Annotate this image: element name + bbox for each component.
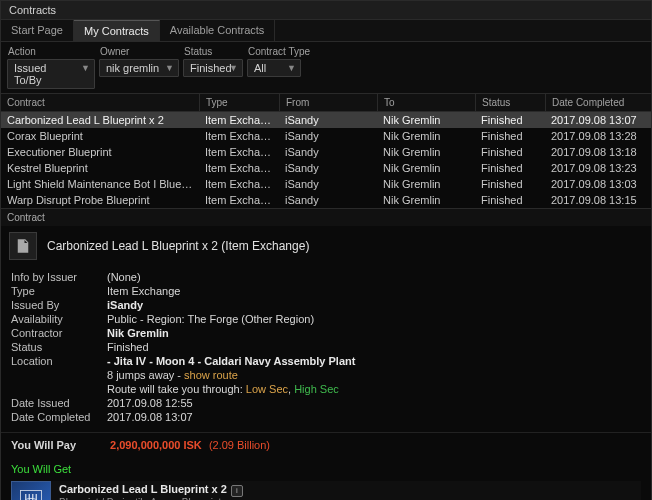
status-select[interactable]: Finished▼ [183,59,243,77]
cell-from: iSandy [279,144,377,160]
cell-date: 2017.09.08 13:23 [545,160,645,176]
contractor-label: Contractor [11,327,107,339]
cell-status: Finished [475,176,545,192]
you-will-pay-label: You Will Pay [11,439,107,451]
tab-bar: Start PageMy ContractsAvailable Contract… [1,20,651,42]
type-label: Type [11,285,107,297]
column-to[interactable]: To [377,94,475,111]
cell-to: Nik Gremlin [377,176,475,192]
blueprint-icon [11,481,51,500]
owner-select[interactable]: nik gremlin▼ [99,59,179,77]
location-station[interactable]: - Jita IV - Moon 4 - Caldari Navy Assemb… [107,355,355,367]
table-row[interactable]: Carbonized Lead L Blueprint x 2Item Exch… [1,112,651,128]
detail-section-label: Contract [1,209,651,226]
cell-type: Item Exchange [199,160,279,176]
jumps-text: 8 jumps away - [107,369,184,381]
cell-contract: Kestrel Blueprint [1,160,199,176]
contract-icon [9,232,37,260]
table-body: Carbonized Lead L Blueprint x 2Item Exch… [1,112,651,208]
cell-date: 2017.09.08 13:07 [545,112,645,128]
issued-by-value[interactable]: iSandy [107,299,143,311]
availability-value: Public - Region: The Forge (Other Region… [107,313,314,325]
you-will-get-label: You Will Get [11,463,641,475]
cell-from: iSandy [279,128,377,144]
cell-type: Item Exchange [199,144,279,160]
chevron-down-icon: ▼ [165,63,174,73]
cell-to: Nik Gremlin [377,144,475,160]
table-row[interactable]: Warp Disrupt Probe BlueprintItem Exchang… [1,192,651,208]
cell-to: Nik Gremlin [377,112,475,128]
reward-item-name: Carbonized Lead L Blueprint x 2 [59,483,227,495]
column-type[interactable]: Type [199,94,279,111]
table-row[interactable]: Executioner BlueprintItem ExchangeiSandy… [1,144,651,160]
cell-contract: Corax Blueprint [1,128,199,144]
cell-status: Finished [475,144,545,160]
cell-date: 2017.09.08 13:28 [545,128,645,144]
show-route-link[interactable]: show route [184,369,238,381]
detail-status-label: Status [11,341,107,353]
cell-contract: Carbonized Lead L Blueprint x 2 [1,112,199,128]
info-by-issuer-label: Info by Issuer [11,271,107,283]
column-from[interactable]: From [279,94,377,111]
cell-type: Item Exchange [199,176,279,192]
filter-bar: Action Issued To/By▼ Owner nik gremlin▼ … [1,42,651,93]
route-prefix: Route will take you through: [107,383,246,395]
cell-contract: Executioner Blueprint [1,144,199,160]
action-label: Action [7,46,95,57]
cell-from: iSandy [279,176,377,192]
cell-to: Nik Gremlin [377,160,475,176]
chevron-down-icon: ▼ [287,63,296,73]
cell-status: Finished [475,160,545,176]
date-issued-label: Date Issued [11,397,107,409]
date-issued-value: 2017.09.08 12:55 [107,397,193,409]
table-header: ContractTypeFromToStatusDate Completed [1,93,651,112]
cell-date: 2017.09.08 13:15 [545,192,645,208]
contract-title: Carbonized Lead L Blueprint x 2 (Item Ex… [47,239,309,253]
contract-type-label: Contract Type [247,46,310,57]
info-by-issuer-value: (None) [107,271,141,283]
table-row[interactable]: Corax BlueprintItem ExchangeiSandyNik Gr… [1,128,651,144]
contract-detail: Contract Carbonized Lead L Blueprint x 2… [1,208,651,500]
owner-label: Owner [99,46,179,57]
type-value: Item Exchange [107,285,180,297]
pay-amount: 2,090,000,000 ISK [110,439,202,451]
lowsec-text: Low Sec [246,383,288,395]
action-select[interactable]: Issued To/By▼ [7,59,95,89]
date-completed-value: 2017.09.08 13:07 [107,411,193,423]
cell-type: Item Exchange [199,112,279,128]
cell-contract: Warp Disrupt Probe Blueprint [1,192,199,208]
reward-item[interactable]: Carbonized Lead L Blueprint x 2i Bluepri… [11,481,641,500]
column-status[interactable]: Status [475,94,545,111]
cell-to: Nik Gremlin [377,128,475,144]
tab-my-contracts[interactable]: My Contracts [74,20,160,41]
window-title: Contracts [1,1,651,20]
cell-status: Finished [475,192,545,208]
cell-date: 2017.09.08 13:18 [545,144,645,160]
chevron-down-icon: ▼ [229,63,238,73]
detail-status-value: Finished [107,341,149,353]
tab-start-page[interactable]: Start Page [1,20,74,41]
issued-by-label: Issued By [11,299,107,311]
cell-from: iSandy [279,160,377,176]
tab-available-contracts[interactable]: Available Contracts [160,20,276,41]
cell-from: iSandy [279,192,377,208]
column-date-completed[interactable]: Date Completed [545,94,645,111]
hisec-text: High Sec [294,383,339,395]
cell-type: Item Exchange [199,192,279,208]
info-icon[interactable]: i [231,485,243,497]
cell-status: Finished [475,128,545,144]
cell-type: Item Exchange [199,128,279,144]
column-contract[interactable]: Contract [1,94,199,111]
chevron-down-icon: ▼ [81,63,90,73]
table-row[interactable]: Kestrel BlueprintItem ExchangeiSandyNik … [1,160,651,176]
location-label: Location [11,355,107,367]
contractor-value[interactable]: Nik Gremlin [107,327,169,339]
cell-status: Finished [475,112,545,128]
cell-contract: Light Shield Maintenance Bot I Blueprint… [1,176,199,192]
cell-date: 2017.09.08 13:03 [545,176,645,192]
date-completed-label: Date Completed [11,411,107,423]
pay-short: (2.09 Billion) [209,439,270,451]
status-label: Status [183,46,243,57]
contract-type-select[interactable]: All▼ [247,59,301,77]
table-row[interactable]: Light Shield Maintenance Bot I Blueprint… [1,176,651,192]
